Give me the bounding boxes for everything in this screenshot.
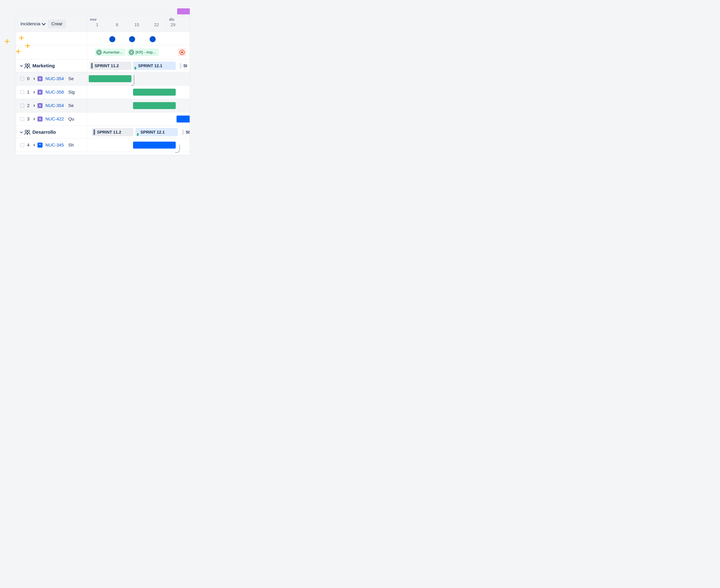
sprint-chip[interactable]: SPRINT 12.1	[133, 62, 176, 70]
issue-key[interactable]: NUC-354	[45, 76, 64, 81]
group-header[interactable]: Desarrollo	[16, 126, 87, 139]
sprint-progress-bar	[137, 133, 139, 136]
milestone-dot[interactable]	[109, 36, 115, 42]
day-label: 29	[166, 22, 179, 27]
sprint-chip[interactable]: SPRINT 11.2	[92, 128, 133, 136]
issue-row[interactable]: 4❜❜NUC-345Sh	[16, 139, 87, 152]
chevron-down-icon	[42, 21, 45, 25]
issue-key[interactable]: NUC-422	[45, 117, 64, 122]
days-row: 181522	[87, 22, 166, 28]
sprint-row: SPRINT 11.2SPRINT 12.1SI	[87, 59, 189, 72]
sprint-progress-bar	[94, 129, 95, 135]
issue-checkbox[interactable]	[20, 104, 24, 107]
day-label: 15	[127, 22, 147, 27]
issue-title: Se	[68, 76, 74, 81]
sprint-label: SPRINT 11.2	[95, 63, 119, 68]
sprint-label: SPRINT 12.1	[140, 130, 165, 135]
create-button[interactable]: Crear	[48, 19, 66, 28]
timeline-bar[interactable]	[89, 75, 132, 82]
sprint-progress-bar	[180, 63, 181, 69]
timeline-row	[87, 85, 189, 99]
target-icon	[180, 50, 185, 55]
milestones-row	[87, 32, 189, 45]
milestone-dot[interactable]	[129, 36, 135, 42]
sprint-label: SI	[186, 130, 189, 135]
timeline-bar[interactable]	[177, 115, 190, 123]
sprint-chip[interactable]: SPRINT 11.2	[89, 62, 132, 70]
timeline-bar[interactable]	[133, 102, 176, 109]
group-label: Desarrollo	[33, 129, 56, 135]
issue-checkbox[interactable]	[20, 77, 24, 81]
dependency-line	[175, 145, 180, 153]
chevron-right-icon[interactable]	[33, 91, 35, 93]
goal-chip[interactable]: Aumentar...	[95, 49, 125, 56]
dependency-line	[131, 75, 134, 86]
team-icon	[24, 130, 30, 134]
target-icon	[129, 50, 134, 55]
issue-number: 0	[27, 76, 30, 81]
goal-label: [KR] - Imp...	[136, 50, 156, 55]
issue-title: Se	[68, 103, 74, 108]
content: Marketing0NUC-354Se1NUC-358Sig2NUC-354Se…	[16, 32, 189, 152]
timeline-bar[interactable]	[133, 89, 176, 96]
sprint-label: SPRINT 11.2	[97, 130, 121, 135]
month-label: nov	[87, 16, 166, 22]
issue-number: 4	[27, 143, 30, 148]
epic-icon	[38, 117, 43, 122]
issue-key[interactable]: NUC-358	[45, 90, 64, 95]
sprint-chip[interactable]: SI	[180, 128, 190, 136]
sprint-progress-bar	[182, 129, 184, 135]
header-left: Incidencia Crear	[16, 16, 87, 31]
sprint-progress-bar	[135, 67, 136, 69]
issue-number: 1	[27, 90, 30, 95]
epic-icon	[38, 103, 43, 108]
view-type-dropdown[interactable]: Incidencia	[20, 21, 45, 26]
issue-number: 3	[27, 117, 30, 122]
sprint-label: SI	[183, 63, 187, 68]
chevron-down-icon	[20, 130, 23, 133]
goal-chip[interactable]: [KR] - Imp...	[127, 49, 158, 56]
issue-number: 2	[27, 103, 30, 108]
goal-chip[interactable]	[178, 49, 186, 56]
sprint-chip[interactable]: SI	[178, 62, 190, 70]
timeline-header: nov181522dic29	[87, 16, 189, 31]
chevron-right-icon[interactable]	[33, 104, 35, 107]
issue-key[interactable]: NUC-354	[45, 103, 64, 108]
month-column: dic29	[166, 16, 179, 31]
milestone-dot[interactable]	[149, 36, 156, 42]
chevron-right-icon[interactable]	[33, 118, 35, 120]
epic-icon	[38, 90, 43, 95]
issue-title: Sh	[68, 143, 74, 148]
issue-checkbox[interactable]	[20, 117, 24, 121]
issue-row[interactable]: 0NUC-354Se	[16, 72, 87, 85]
days-row: 29	[166, 22, 179, 28]
chevron-right-icon[interactable]	[33, 144, 35, 146]
sprint-chip[interactable]: SPRINT 12.1	[135, 128, 178, 136]
issue-row[interactable]: 1NUC-358Sig	[16, 85, 87, 99]
target-icon	[97, 50, 102, 55]
issue-row[interactable]: 2NUC-354Se	[16, 99, 87, 112]
group-header[interactable]: Marketing	[16, 59, 87, 72]
issue-row[interactable]: 3NUC-422Qu	[16, 112, 87, 126]
day-label: 1	[87, 22, 107, 27]
issue-checkbox[interactable]	[20, 143, 24, 147]
purple-accent-bar	[177, 8, 190, 14]
day-label: 8	[107, 22, 127, 27]
sprint-row: SPRINT 11.2SPRINT 12.1SI	[87, 126, 189, 139]
timeline-row	[87, 72, 189, 85]
month-column: nov181522	[87, 16, 166, 31]
timeline-column: Aumentar...[KR] - Imp... SPRINT 11.2SPRI…	[87, 32, 189, 152]
story-icon: ❜❜	[38, 143, 43, 148]
issue-checkbox[interactable]	[20, 90, 24, 94]
team-icon	[24, 64, 30, 68]
issue-list-column: Marketing0NUC-354Se1NUC-358Sig2NUC-354Se…	[16, 32, 87, 152]
month-label: dic	[166, 16, 179, 22]
chevron-right-icon[interactable]	[33, 78, 35, 80]
issue-key[interactable]: NUC-345	[45, 143, 64, 148]
timeline-row	[87, 112, 189, 126]
issue-title: Qu	[68, 117, 74, 122]
timeline-bar[interactable]	[133, 142, 176, 149]
issue-title: Sig	[68, 90, 75, 95]
milestone-spacer	[16, 32, 87, 45]
roadmap-panel: Incidencia Crear nov181522dic29 Marketin…	[16, 16, 190, 155]
